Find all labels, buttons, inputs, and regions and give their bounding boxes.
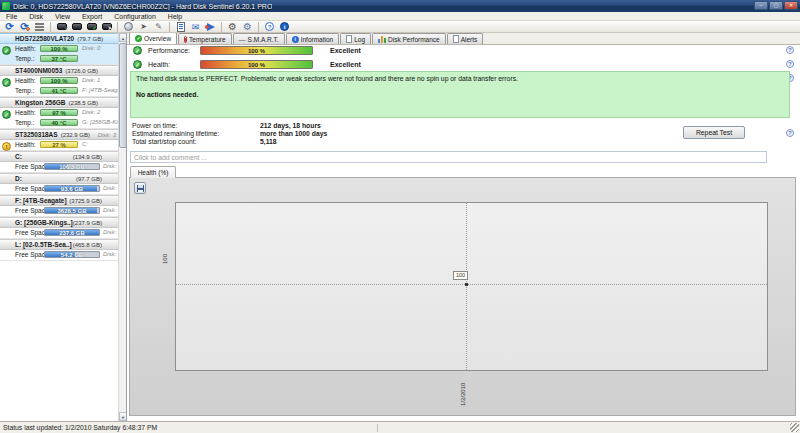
stat-value: 5,118 xyxy=(260,138,277,145)
hard-disk-sentinel-window: Disk: 0, HDS722580VLAT20 [VN6Z6ECHR00Z2C… xyxy=(0,0,800,433)
comment-input[interactable] xyxy=(130,151,767,163)
performance-rating: Excellent xyxy=(330,47,361,54)
stat-value: more than 1000 days xyxy=(260,130,327,137)
disk-title: HDS722580VLAT20 xyxy=(15,35,74,42)
alert-horn-icon[interactable] xyxy=(204,21,217,32)
partition-title: G: [256GB-Kings..] xyxy=(15,219,73,226)
menu-export[interactable]: Export xyxy=(76,13,108,20)
tab-bar: ✓Overview Temperature —S.M.A.R.T. iInfor… xyxy=(127,33,800,45)
info-icon[interactable]: i xyxy=(278,21,291,32)
disk-accept-icon[interactable]: ✔ xyxy=(85,21,98,32)
disk-select-icon[interactable]: ➤ xyxy=(100,21,113,32)
partition-item-c[interactable]: C: (134.9 GB) Free Space 106.3 GB Disk: … xyxy=(0,151,119,173)
temp-bar: 37 °C xyxy=(40,55,78,62)
partition-item-d[interactable]: D: (97.7 GB) Free Space 93.6 GB Disk: 3 xyxy=(0,173,119,195)
chart-tab-health[interactable]: Health (%) xyxy=(130,166,176,178)
scroll-up-arrow[interactable]: ▲ xyxy=(119,33,127,42)
free-space-bar: 54.2 GB xyxy=(44,251,100,258)
help-icon[interactable]: ? xyxy=(786,129,794,137)
disk-offline-icon[interactable]: ▾ xyxy=(55,21,68,32)
health-rating: Excellent xyxy=(330,61,361,68)
disk-size: (79.7 GB) xyxy=(77,36,103,42)
disk-item-2[interactable]: ✓ Kingston 256GB (238.5 GB) Health: 97 %… xyxy=(0,97,119,129)
partition-size: (465.8 GB) xyxy=(73,242,102,248)
repeat-test-button[interactable]: Repeat Test xyxy=(683,126,745,139)
disk-item-0[interactable]: ✓ HDS722580VLAT20 (79.7 GB) Health: 100 … xyxy=(0,33,119,65)
row-label: Health: xyxy=(15,141,36,148)
report-list-icon[interactable] xyxy=(33,21,46,32)
minimize-button[interactable]: – xyxy=(754,1,768,10)
save-chart-button[interactable] xyxy=(134,182,146,194)
report-document-icon[interactable] xyxy=(174,21,187,32)
scroll-down-arrow[interactable]: ▼ xyxy=(119,412,127,421)
tab-log[interactable]: Log xyxy=(340,33,371,44)
auto-refresh-icon[interactable]: ⟳ xyxy=(18,21,31,32)
toolbar: ⟳ ⟳ ▾ ✔ ➤ ➤ ✎ ✉ ⚙ ⚙ ? i xyxy=(0,21,800,33)
partition-item-g[interactable]: G: [256GB-Kings..] (237.9 GB) Free Space… xyxy=(0,217,119,239)
menu-configuration[interactable]: Configuration xyxy=(108,13,162,20)
menu-file[interactable]: File xyxy=(0,13,23,20)
action-text: No actions needed. xyxy=(136,91,784,98)
menu-help[interactable]: Help xyxy=(162,13,188,20)
help-icon[interactable]: ? xyxy=(786,46,794,54)
tab-overview[interactable]: ✓Overview xyxy=(129,33,177,44)
app-icon xyxy=(2,2,10,10)
email-icon[interactable]: ✉ xyxy=(189,21,202,32)
title-bar[interactable]: Disk: 0, HDS722580VLAT20 [VN6Z6ECHR00Z2C… xyxy=(0,0,800,12)
gridline-horizontal xyxy=(176,284,767,285)
menu-view[interactable]: View xyxy=(49,13,76,20)
help-icon[interactable]: ? xyxy=(263,21,276,32)
window-title: Disk: 0, HDS722580VLAT20 [VN6Z6ECHR00Z2C… xyxy=(13,3,272,10)
ok-icon: ✓ xyxy=(133,60,142,69)
help-icon[interactable]: ? xyxy=(786,60,794,68)
close-button[interactable]: ✕ xyxy=(784,1,798,10)
disk-item-3[interactable]: ! ST3250318AS (232.9 GB) Disk: 3 Health:… xyxy=(0,129,119,151)
tab-disk-performance[interactable]: Disk Performance xyxy=(372,33,446,44)
partition-item-f[interactable]: F: [4TB-Seagate] (3725.9 GB) Free Space … xyxy=(0,195,119,217)
x-axis-tick: 1/2/2010 xyxy=(460,374,466,406)
menu-bar: File Disk View Export Configuration Help xyxy=(0,12,800,21)
resize-grip[interactable] xyxy=(790,423,799,432)
tab-alerts[interactable]: Alerts xyxy=(447,33,484,44)
disk-size: (3726.0 GB) xyxy=(65,68,98,74)
partition-title: L: [02-0.5TB-Sea..] xyxy=(15,241,72,248)
tab-temperature[interactable]: Temperature xyxy=(178,33,232,44)
stat-label: Estimated remaining lifetime: xyxy=(132,130,219,137)
disk-list: ✓ HDS722580VLAT20 (79.7 GB) Health: 100 … xyxy=(0,33,119,261)
toolbar-separator xyxy=(169,22,170,32)
temp-bar: 41 °C xyxy=(40,87,78,94)
tab-information[interactable]: iInformation xyxy=(286,33,340,44)
settings-gear-icon[interactable]: ⚙ xyxy=(226,21,239,32)
disk-icon[interactable] xyxy=(70,21,83,32)
sidebar-scrollbar[interactable]: ▲ ▼ xyxy=(118,33,126,421)
refresh-icon[interactable]: ⟳ xyxy=(3,21,16,32)
clock-icon[interactable] xyxy=(122,21,135,32)
status-bar-text: Status last updated: 1/2/2010 Saturday 6… xyxy=(3,424,157,431)
performance-row: ✓ Performance: 100 % Excellent xyxy=(127,46,800,56)
ok-icon: ✓ xyxy=(133,46,142,55)
disk-title: ST4000NM0053 xyxy=(15,67,62,74)
menu-disk[interactable]: Disk xyxy=(23,13,49,20)
gridline-vertical xyxy=(466,203,467,370)
free-space-bar: 106.3 GB xyxy=(44,163,100,170)
disk-item-1[interactable]: ✓ ST4000NM0053 (3726.0 GB) Health: 100 %… xyxy=(0,65,119,97)
advanced-gear-icon[interactable]: ⚙ xyxy=(241,21,254,32)
row-label: Health: xyxy=(15,45,36,52)
partition-item-l[interactable]: L: [02-0.5TB-Sea..] (465.8 GB) Free Spac… xyxy=(0,239,119,261)
thermometer-icon xyxy=(184,36,187,43)
page-icon xyxy=(346,35,352,43)
stat-label: Total start/stop count: xyxy=(132,138,197,145)
edit-icon[interactable]: ✎ xyxy=(152,21,165,32)
info-icon: i xyxy=(292,36,299,43)
row-right: C: xyxy=(82,141,88,147)
toolbar-separator xyxy=(50,22,51,32)
cursor-icon[interactable]: ➤ xyxy=(137,21,150,32)
scrollbar-thumb[interactable] xyxy=(119,43,127,148)
free-space-bar: 93.6 GB xyxy=(44,185,100,192)
maximize-button[interactable]: ▢ xyxy=(769,1,783,10)
tab-smart[interactable]: —S.M.A.R.T. xyxy=(233,33,285,44)
status-message-box: The hard disk status is PERFECT. Problem… xyxy=(130,71,790,118)
health-chart-plot: 100 xyxy=(175,202,768,371)
temp-bar: 40 °C xyxy=(40,119,78,126)
health-bar: 27 % xyxy=(40,141,78,148)
